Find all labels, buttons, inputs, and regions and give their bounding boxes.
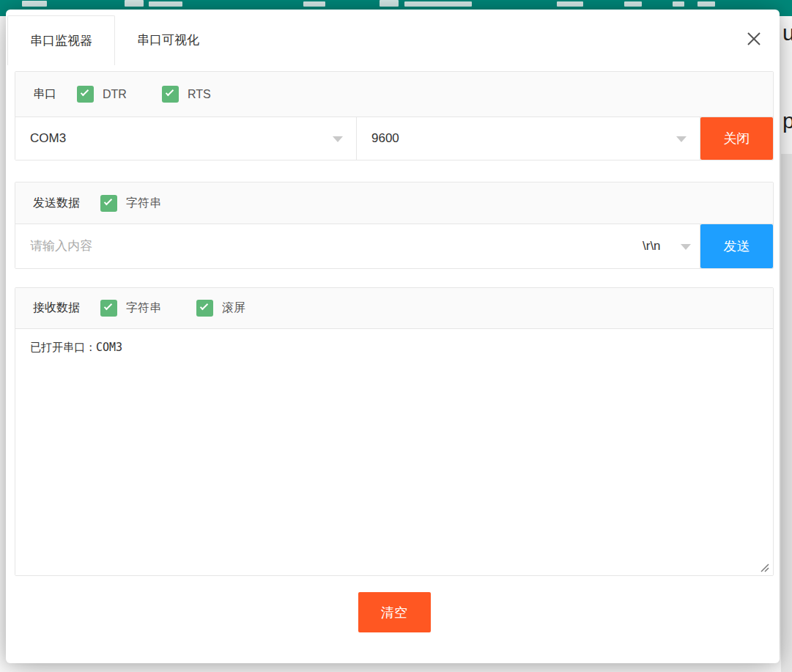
check-icon	[81, 88, 89, 96]
clear-button[interactable]: 清空	[358, 592, 431, 632]
check-icon	[200, 302, 208, 310]
send-data-row: \r\n 发送	[15, 224, 773, 268]
resize-handle-icon[interactable]	[760, 562, 769, 572]
toolbar-fragment	[22, 1, 47, 7]
port-select-value: COM3	[30, 131, 66, 146]
send-string-checkbox[interactable]	[100, 195, 117, 212]
autoscroll-label: 滚屏	[222, 300, 245, 316]
dtr-checkbox-group: DTR	[77, 86, 127, 103]
rts-checkbox-group: RTS	[162, 86, 211, 103]
dtr-checkbox[interactable]	[77, 86, 94, 103]
receive-output[interactable]: 已打开串口：COM3	[15, 329, 773, 575]
chevron-down-icon	[333, 136, 343, 142]
send-button[interactable]: 发送	[700, 224, 773, 268]
rts-checkbox[interactable]	[162, 86, 179, 103]
serial-port-row: COM3 9600 关闭	[15, 117, 773, 160]
toolbar-fragment	[303, 1, 325, 7]
toolbar-fragment	[380, 0, 399, 7]
receive-string-checkbox[interactable]	[100, 300, 117, 317]
chevron-down-icon	[676, 136, 686, 142]
send-string-checkbox-group: 字符串	[100, 195, 161, 212]
send-data-header: 发送数据 字符串	[15, 182, 773, 224]
chevron-down-icon	[681, 244, 691, 250]
close-port-button[interactable]: 关闭	[700, 117, 773, 160]
toolbar-fragment	[673, 1, 684, 7]
autoscroll-checkbox[interactable]	[196, 300, 213, 317]
rts-label: RTS	[188, 88, 211, 101]
toolbar-fragment	[697, 1, 715, 7]
check-icon	[104, 196, 112, 204]
toolbar-fragment	[557, 1, 583, 7]
tab-serial-monitor[interactable]: 串口监视器	[7, 15, 115, 65]
screen: u p 串口监视器 串口可视化 串口	[0, 0, 792, 672]
tab-serial-visualization[interactable]: 串口可视化	[115, 15, 221, 65]
serial-port-header: 串口 DTR RTS	[15, 72, 773, 117]
background-page-text: p	[782, 110, 792, 132]
baud-select[interactable]: 9600	[357, 117, 700, 160]
dtr-label: DTR	[103, 88, 127, 101]
send-data-section: 发送数据 字符串 \r\n 发送	[15, 182, 774, 269]
port-select[interactable]: COM3	[15, 117, 357, 160]
autoscroll-checkbox-group: 滚屏	[196, 300, 245, 317]
send-data-label: 发送数据	[33, 196, 80, 211]
line-ending-select[interactable]: \r\n	[632, 224, 700, 268]
receive-data-header: 接收数据 字符串 滚屏	[15, 288, 773, 329]
clear-button-row: 清空	[15, 592, 774, 632]
close-icon[interactable]	[744, 29, 763, 48]
receive-string-checkbox-group: 字符串	[100, 300, 161, 317]
background-scrollbar	[781, 154, 792, 672]
check-icon	[166, 88, 174, 96]
serial-port-label: 串口	[33, 86, 56, 102]
toolbar-fragment	[404, 1, 472, 7]
baud-select-value: 9600	[371, 131, 399, 146]
check-icon	[104, 302, 112, 310]
receive-data-label: 接收数据	[33, 300, 80, 316]
send-string-label: 字符串	[126, 196, 161, 211]
toolbar-fragment	[149, 1, 182, 7]
toolbar-fragment	[624, 1, 642, 7]
line-ending-value: \r\n	[643, 239, 661, 254]
dialog-tabs: 串口监视器 串口可视化	[7, 15, 221, 65]
serial-monitor-dialog: 串口监视器 串口可视化 串口 DTR	[6, 10, 780, 663]
send-input[interactable]	[15, 224, 632, 268]
receive-data-section: 接收数据 字符串 滚屏 已打开串口：COM3	[15, 287, 774, 576]
toolbar-fragment	[125, 0, 144, 7]
serial-port-section: 串口 DTR RTS	[15, 71, 774, 160]
background-page-text: u	[782, 22, 792, 44]
receive-string-label: 字符串	[126, 300, 161, 316]
